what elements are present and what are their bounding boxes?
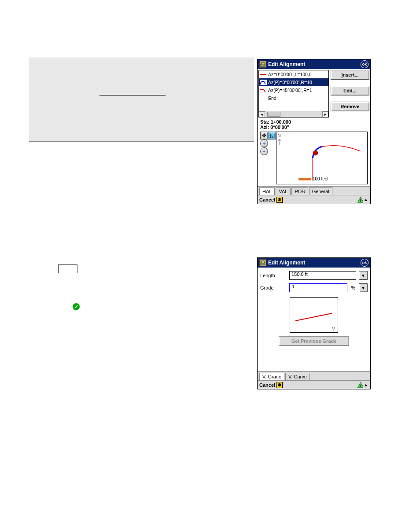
device-edit-alignment-hal: Edit Alignment ok Az=0°00'00",L=100.0 Az… [257,59,371,204]
north-indicator: N [277,133,282,147]
azi-label: Azi: 0°00'00" [260,125,368,130]
horizontal-scrollbar[interactable]: ◄ ► [259,111,328,117]
tab-v-curve[interactable]: V. Curve [285,373,310,380]
scale-text: 100 feet [313,176,328,181]
doc-thin-line [99,95,166,95]
titlebar: Edit Alignment ok [258,59,370,69]
svg-text:!: ! [360,198,361,203]
preview-toolbar: ✥ ◱ ＋ － [260,132,276,184]
svg-rect-8 [262,261,264,263]
warning-icon[interactable]: ! [357,197,363,203]
curve-segment-icon [260,88,267,93]
scroll-thumb[interactable] [267,112,280,117]
app-icon [259,61,266,68]
segment-row-2[interactable]: Az(P)=45°00'00",R=1 [259,86,328,94]
remove-button[interactable]: Remove [331,102,369,111]
tab-v-grade[interactable]: V. Grade [259,373,284,380]
bottom-bar: Cancel ✱ ! ▲ [258,380,370,389]
menu-up-arrow[interactable]: ▲ [363,382,368,387]
zoom-window-button[interactable]: ◱ [268,132,276,139]
tab-pob[interactable]: POB [291,187,308,195]
segment-list[interactable]: Az=0°00'00",L=100.0 Az(P)=0°00'00",R=10 … [258,70,329,117]
svg-rect-1 [262,62,264,65]
segment-row-1[interactable]: Az(P)=0°00'00",R=10 [259,78,328,86]
scroll-track[interactable] [265,111,322,117]
sta-label: Sta: 1+00.000 [260,119,368,125]
ok-button[interactable]: ok [361,60,368,68]
get-previous-grade-button: Get Previous Grade [279,336,349,346]
bottom-bar: Cancel ✱ ! ▲ [258,195,370,204]
svg-point-4 [313,151,317,155]
segment-text: Az=0°00'00",L=100.0 [268,72,312,77]
device-edit-alignment-vgrade: Edit Alignment ok Length 150.0 ft ▼ Grad… [257,257,371,389]
tab-general[interactable]: General [309,187,332,195]
grade-unit-dropdown[interactable]: ▼ [359,283,368,292]
segment-row-0[interactable]: Az=0°00'00",L=100.0 [259,70,328,78]
segment-row-end[interactable]: End [259,94,328,102]
doc-small-button[interactable] [58,264,77,273]
length-input[interactable]: 150.0 ft [289,271,356,280]
tab-strip: HAL VAL POB General [258,186,370,195]
station-info: Sta: 1+00.000 Azi: 0°00'00" [258,118,370,131]
svg-line-9 [295,313,332,321]
v-axis-label: V [332,327,335,331]
warning-icon[interactable]: ! [357,382,363,388]
blank-icon [260,95,267,101]
scale-bar: 100 feet [298,176,328,181]
app-icon [259,259,266,266]
length-label: Length [260,273,287,278]
grade-preview: V [290,297,338,333]
ok-button[interactable]: ok [361,259,368,267]
status-indicator-icon[interactable]: ✱ [276,197,283,203]
grade-unit-label: % [350,285,356,290]
tab-hal[interactable]: HAL [259,187,275,195]
alignment-preview[interactable]: N 100 feet [276,132,368,184]
cancel-button[interactable]: Cancel [259,197,275,202]
segment-text: End [268,95,276,101]
edit-button[interactable]: Edit... [331,86,369,95]
scroll-left-arrow[interactable]: ◄ [259,111,265,117]
menu-up-arrow[interactable]: ▲ [363,197,368,202]
status-indicator-icon[interactable]: ✱ [276,382,283,388]
tab-strip: V. Grade V. Curve [258,371,370,380]
tab-val[interactable]: VAL [276,187,291,195]
grade-input[interactable]: 4 [289,283,347,292]
zoom-extents-button[interactable]: ✥ [260,132,268,139]
svg-text:!: ! [360,384,361,388]
zoom-in-button[interactable]: ＋ [260,139,268,147]
title-text: Edit Alignment [268,61,361,67]
insert-button[interactable]: Insert... [331,70,369,80]
scroll-right-arrow[interactable]: ► [322,111,328,117]
length-unit-dropdown[interactable]: ▼ [359,271,368,280]
grade-label: Grade [260,285,287,290]
segment-text: Az(P)=45°00'00",R=1 [268,88,312,93]
line-segment-icon [260,72,267,77]
green-check-icon: ✓ [73,303,80,310]
cancel-button[interactable]: Cancel [259,382,275,388]
arc-segment-icon [260,80,267,85]
zoom-out-button[interactable]: － [260,147,268,155]
segment-text: Az(P)=0°00'00",R=10 [268,80,312,85]
title-text: Edit Alignment [268,260,361,266]
titlebar: Edit Alignment ok [258,258,370,268]
doc-gray-block [29,58,254,142]
